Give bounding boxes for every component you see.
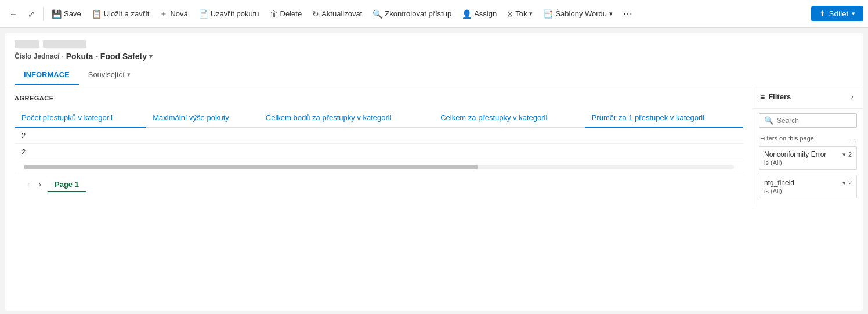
table-header-row: Počet přestupků v kategorii Maximální vý… xyxy=(15,109,743,127)
filter-value-0: is (All) xyxy=(764,159,852,166)
filters-icon: ≡ xyxy=(760,92,765,102)
filter-chevron-1-icon: ▾ xyxy=(842,179,846,187)
filters-header: ≡ Filters › xyxy=(753,85,863,109)
record-title: Pokuta - Food Safety xyxy=(66,52,147,61)
col-header-0[interactable]: Počet přestupků v kategorii xyxy=(15,109,146,127)
page-next-button[interactable]: › xyxy=(35,178,45,191)
tab-souvisejici-label: Související xyxy=(88,70,125,79)
back-button[interactable]: ← xyxy=(5,6,22,22)
filters-title: Filters xyxy=(768,92,791,101)
tab-informace[interactable]: INFORMACE xyxy=(15,66,79,85)
close-pokutu-button[interactable]: 📄 Uzavřít pokutu xyxy=(194,6,264,22)
filter-search-icon: 🔍 xyxy=(764,116,773,125)
word-templates-chevron-icon: ▾ xyxy=(609,10,613,17)
breadcrumb-item-1: ████ xyxy=(15,40,39,48)
assign-label: Assign xyxy=(474,9,497,18)
breadcrumb: ████ ████████ xyxy=(15,40,853,49)
close-pokutu-icon: 📄 xyxy=(198,9,208,19)
delete-icon: 🗑 xyxy=(270,9,278,19)
filter-item-ntg-fineid[interactable]: ntg_fineid ▾ 2 is (All) xyxy=(759,175,857,198)
check-access-icon: 🔍 xyxy=(372,9,382,19)
col-header-3[interactable]: Celkem za přestupky v kategorii xyxy=(433,109,585,127)
new-icon: ＋ xyxy=(160,9,168,19)
breadcrumb-item-2: ████████ xyxy=(43,40,86,48)
more-icon: ⋯ xyxy=(623,9,632,19)
cell-1-3 xyxy=(433,144,585,160)
filter-count-0: 2 xyxy=(848,151,852,158)
share-icon: ⬆ xyxy=(819,9,826,18)
tabs: INFORMACE Související ▾ xyxy=(15,66,853,85)
word-templates-button[interactable]: 📑 Šablony Wordu ▾ xyxy=(538,6,617,22)
breadcrumb-labels: ████ ████████ xyxy=(15,40,86,48)
tab-informace-label: INFORMACE xyxy=(24,70,70,79)
filters-panel: ≡ Filters › 🔍 Filters on this page ... N… xyxy=(753,85,863,206)
toolbar: ← ⤢ 💾 Save 📋 Uložit a zavřít ＋ Nová 📄 Uz… xyxy=(0,0,868,28)
filter-search-input[interactable] xyxy=(777,117,852,125)
check-access-label: Zkontrolovat přístup xyxy=(385,9,451,18)
record-title-row: Číslo Jednací · Pokuta - Food Safety ▾ xyxy=(15,52,853,61)
save-close-button[interactable]: 📋 Uložit a zavřít xyxy=(87,6,154,22)
cell-1-1 xyxy=(146,144,259,160)
filters-collapse-button[interactable]: › xyxy=(849,91,856,102)
share-label: Sdílet xyxy=(829,9,848,18)
filter-value-1: is (All) xyxy=(764,187,852,194)
main-content: ████ ████████ Číslo Jednací · Pokuta - F… xyxy=(5,33,863,311)
cell-1-4 xyxy=(585,144,743,160)
flow-icon: ⧖ xyxy=(507,9,513,19)
filter-name-0: Nonconformity Error xyxy=(764,150,826,158)
cell-1-0: 2 xyxy=(15,144,146,160)
save-close-label: Uložit a zavřít xyxy=(104,9,150,18)
pagination: ‹ › Page 1 xyxy=(15,172,743,197)
cell-0-1 xyxy=(146,127,259,144)
col-header-4[interactable]: Průměr za 1 přestupek v kategorii xyxy=(585,109,743,127)
page-body: AGREGACE Počet přestupků v kategorii Max… xyxy=(5,85,863,206)
table-row: 2 xyxy=(15,144,743,160)
filter-item-nonconformity-top: Nonconformity Error ▾ 2 xyxy=(764,150,852,158)
back-icon: ← xyxy=(9,9,17,19)
table-row: 2 xyxy=(15,127,743,144)
word-templates-label: Šablony Wordu xyxy=(555,9,607,18)
close-pokutu-label: Uzavřít pokutu xyxy=(211,9,259,18)
assign-button[interactable]: 👤 Assign xyxy=(457,6,501,22)
filters-more-icon[interactable]: ... xyxy=(849,135,856,142)
check-access-button[interactable]: 🔍 Zkontrolovat přístup xyxy=(368,6,456,22)
share-button[interactable]: ⬆ Sdílet ▾ xyxy=(811,6,863,21)
update-button[interactable]: ↻ Aktualizovat xyxy=(308,6,367,22)
restore-button[interactable]: ⤢ xyxy=(23,6,39,22)
filter-search-box[interactable]: 🔍 xyxy=(759,113,857,128)
filter-actions-1: ▾ 2 xyxy=(842,179,852,187)
flow-label: Tok xyxy=(515,9,527,18)
delete-label: Delete xyxy=(280,9,302,18)
scroll-track[interactable] xyxy=(24,165,734,169)
page-1-label: Page 1 xyxy=(55,180,79,189)
more-button[interactable]: ⋯ xyxy=(619,5,637,23)
filters-on-page-label: Filters on this page ... xyxy=(753,132,863,144)
separator: · xyxy=(62,52,63,60)
page-1-tab[interactable]: Page 1 xyxy=(47,177,86,192)
flow-chevron-icon: ▾ xyxy=(529,10,533,17)
cell-1-2 xyxy=(259,144,433,160)
filters-on-page-text: Filters on this page xyxy=(760,135,814,142)
col-header-1[interactable]: Maximální výše pokuty xyxy=(146,109,259,127)
cell-0-0: 2 xyxy=(15,127,146,144)
data-table: Počet přestupků v kategorii Maximální vý… xyxy=(15,109,743,160)
record-header: ████ ████████ Číslo Jednací · Pokuta - F… xyxy=(5,33,863,85)
delete-button[interactable]: 🗑 Delete xyxy=(265,6,307,22)
filter-item-nonconformity[interactable]: Nonconformity Error ▾ 2 is (All) xyxy=(759,146,857,170)
tab-souvisejici-chevron-icon: ▾ xyxy=(127,71,131,78)
update-icon: ↻ xyxy=(312,9,319,19)
filter-chevron-0-icon: ▾ xyxy=(842,151,846,158)
new-button[interactable]: ＋ Nová xyxy=(155,5,192,23)
page-prev-button[interactable]: ‹ xyxy=(24,178,33,191)
col-header-2[interactable]: Celkem bodů za přestupky v kategorii xyxy=(259,109,433,127)
scroll-thumb xyxy=(24,165,478,169)
tab-souvisejici[interactable]: Související ▾ xyxy=(79,66,140,85)
flow-button[interactable]: ⧖ Tok ▾ xyxy=(502,5,537,22)
filter-name-1: ntg_fineid xyxy=(764,179,794,187)
filters-collapse-icon: › xyxy=(851,92,853,101)
section-title: AGREGACE xyxy=(15,95,743,102)
title-chevron-icon[interactable]: ▾ xyxy=(149,53,153,60)
divider-1 xyxy=(43,7,44,21)
save-button[interactable]: 💾 Save xyxy=(47,6,86,22)
cell-0-3 xyxy=(433,127,585,144)
